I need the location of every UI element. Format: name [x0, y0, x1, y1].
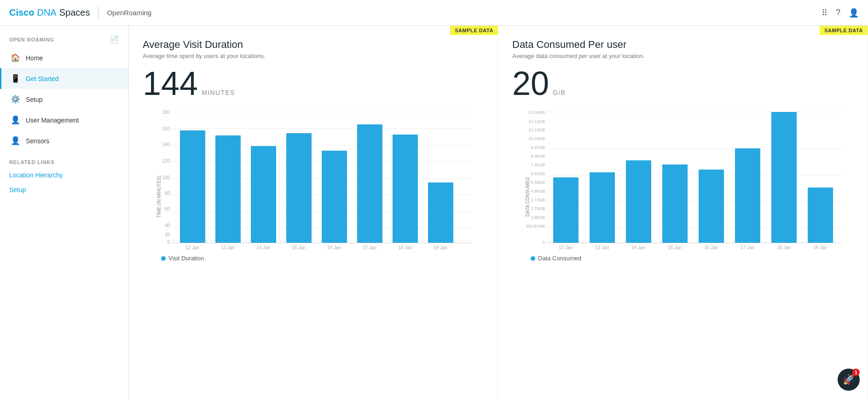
setup-icon: ⚙️ — [11, 94, 20, 104]
sidebar-item-home[interactable]: 🏠 Home — [0, 47, 128, 68]
sidebar: OPEN ROAMING 📄 🏠 Home 📱 Get Started ⚙️ S… — [0, 26, 129, 399]
chart-container-2: DATA CONSUMED 13.04GB 12.11GB 11.18GB 10… — [512, 105, 854, 262]
sample-badge-2: SAMPLE DATA — [820, 26, 868, 35]
svg-text:15 Jan: 15 Jan — [292, 245, 306, 250]
sidebar-item-sensors[interactable]: 👤 Sensors — [0, 130, 128, 151]
svg-text:16 Jan: 16 Jan — [327, 245, 341, 250]
svg-text:18 Jan: 18 Jan — [777, 245, 791, 250]
svg-text:3.73GB: 3.73GB — [531, 198, 545, 202]
svg-rect-21 — [180, 130, 205, 243]
svg-text:DATA CONSUMED: DATA CONSUMED — [525, 177, 530, 217]
svg-rect-62 — [626, 160, 651, 243]
svg-rect-25 — [322, 151, 347, 243]
sidebar-section-label: OPEN ROAMING 📄 — [0, 26, 128, 47]
svg-text:9.31GB: 9.31GB — [531, 145, 545, 150]
svg-text:100: 100 — [162, 175, 170, 180]
bar-chart-2: DATA CONSUMED 13.04GB 12.11GB 11.18GB 10… — [512, 105, 854, 252]
svg-text:17 Jan: 17 Jan — [363, 245, 376, 250]
svg-rect-63 — [662, 164, 688, 243]
svg-text:5.59GB: 5.59GB — [531, 180, 545, 185]
sidebar-item-label-user-management: User Management — [26, 117, 79, 124]
sidebar-link-setup[interactable]: Setup — [0, 182, 128, 197]
svg-text:953.67MB: 953.67MB — [526, 224, 545, 229]
card-title-1: Average Visit Duration — [143, 39, 484, 51]
help-icon[interactable]: ? — [836, 8, 840, 18]
card-number-1: 144 — [143, 67, 198, 100]
nav-divider — [98, 6, 98, 20]
svg-text:7.45GB: 7.45GB — [531, 163, 545, 167]
svg-text:19 Jan: 19 Jan — [434, 245, 447, 250]
svg-text:18 Jan: 18 Jan — [398, 245, 412, 250]
svg-rect-66 — [771, 112, 797, 243]
logo-cisco: Cisco — [9, 7, 34, 18]
svg-text:14 Jan: 14 Jan — [631, 245, 645, 250]
svg-text:6.52GB: 6.52GB — [531, 171, 545, 176]
svg-text:16 Jan: 16 Jan — [704, 245, 718, 250]
notification-button[interactable]: 1 🚀 — [838, 369, 860, 391]
nav-right: ⠿ ? 👤 — [822, 8, 859, 18]
sidebar-item-setup[interactable]: ⚙️ Setup — [0, 89, 128, 110]
svg-rect-28 — [428, 182, 453, 243]
card-unit-1: MINUTES — [202, 89, 235, 96]
svg-text:12.11GB: 12.11GB — [528, 119, 545, 124]
svg-text:140: 140 — [162, 142, 170, 147]
svg-rect-67 — [808, 188, 833, 243]
bar-chart-1: TIME (IN MINUTES) 180 160 140 120 100 80… — [143, 105, 484, 252]
svg-text:13 Jan: 13 Jan — [595, 245, 609, 250]
svg-text:160: 160 — [162, 126, 170, 131]
svg-text:1.86GB: 1.86GB — [531, 215, 545, 220]
apps-icon[interactable]: ⠿ — [822, 8, 827, 18]
card-big-number-2: 20 GiB — [512, 67, 854, 100]
chart-container-1: TIME (IN MINUTES) 180 160 140 120 100 80… — [143, 105, 484, 262]
svg-text:14 Jan: 14 Jan — [256, 245, 270, 250]
svg-text:4.66GB: 4.66GB — [531, 189, 545, 194]
svg-text:120: 120 — [162, 158, 170, 164]
legend-dot-2 — [531, 256, 535, 261]
svg-text:40: 40 — [165, 223, 170, 228]
sensors-icon: 👤 — [11, 136, 20, 146]
sidebar-item-label-home: Home — [26, 54, 43, 62]
svg-rect-27 — [393, 135, 418, 243]
svg-text:TIME (IN MINUTES): TIME (IN MINUTES) — [156, 176, 162, 217]
card-subtitle-2: Average data consumed per user at your l… — [512, 53, 854, 59]
sidebar-link-location-hierarchy[interactable]: Location Hierarchy — [0, 168, 128, 182]
sidebar-item-label-sensors: Sensors — [26, 137, 49, 145]
svg-rect-23 — [251, 146, 276, 243]
nav-product: OpenRoaming — [107, 9, 151, 17]
logo-spaces: Spaces — [59, 7, 90, 18]
sidebar-file-icon: 📄 — [110, 35, 119, 44]
legend-dot-1 — [161, 256, 166, 261]
sidebar-related-label: RELATED LINKS — [0, 151, 128, 168]
card-unit-2: GiB — [553, 89, 566, 96]
svg-rect-22 — [215, 135, 241, 243]
sample-badge-1: SAMPLE DATA — [450, 26, 498, 35]
main-content: SAMPLE DATA Average Visit Duration Avera… — [129, 26, 868, 399]
sidebar-item-get-started[interactable]: 📱 Get Started — [0, 68, 128, 89]
svg-rect-65 — [735, 148, 760, 243]
svg-text:12 Jan: 12 Jan — [185, 245, 199, 250]
svg-text:20: 20 — [165, 232, 170, 237]
svg-rect-64 — [699, 170, 724, 243]
svg-text:10.24GB: 10.24GB — [528, 136, 545, 141]
card-subtitle-1: Average time spent by users at your loca… — [143, 53, 484, 59]
notification-badge: 1 — [852, 369, 860, 376]
data-consumed-card: SAMPLE DATA Data Consumed Per user Avera… — [498, 26, 868, 399]
svg-text:13.04GB: 13.04GB — [528, 110, 545, 115]
legend-label-2: Data Consumed — [538, 255, 581, 262]
svg-text:13 Jan: 13 Jan — [221, 245, 235, 250]
home-icon: 🏠 — [11, 53, 20, 63]
avg-visit-duration-card: SAMPLE DATA Average Visit Duration Avera… — [129, 26, 498, 399]
svg-rect-24 — [286, 133, 312, 243]
logo: Cisco DNA Spaces — [9, 7, 90, 18]
svg-text:0: 0 — [543, 240, 545, 245]
top-nav: Cisco DNA Spaces OpenRoaming ⠿ ? 👤 — [0, 0, 868, 26]
svg-text:15 Jan: 15 Jan — [668, 245, 682, 250]
sidebar-item-user-management[interactable]: 👤 User Management — [0, 110, 128, 130]
user-icon[interactable]: 👤 — [849, 8, 859, 18]
notification-icon: 🚀 — [843, 374, 855, 386]
card-big-number-1: 144 MINUTES — [143, 67, 484, 100]
svg-text:2.79GB: 2.79GB — [531, 206, 545, 211]
svg-text:80: 80 — [165, 191, 170, 196]
svg-rect-60 — [553, 177, 579, 243]
svg-text:180: 180 — [162, 110, 170, 115]
